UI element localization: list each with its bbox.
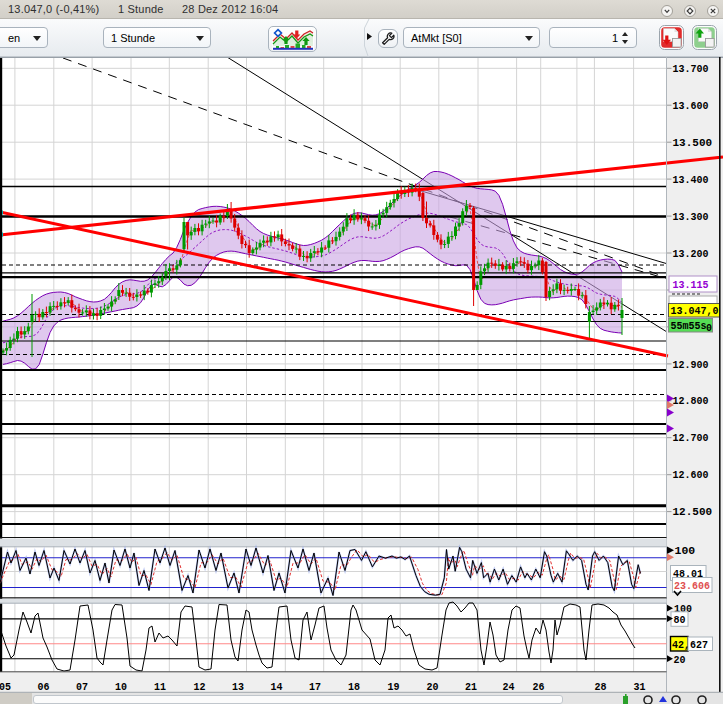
svg-text:31: 31 <box>633 682 645 693</box>
svg-text:28: 28 <box>594 682 606 693</box>
svg-text:55m55s: 55m55s <box>671 321 707 332</box>
svg-text:13.200: 13.200 <box>673 249 709 260</box>
svg-text:14: 14 <box>270 682 282 693</box>
svg-text:05: 05 <box>0 682 11 693</box>
svg-text:17: 17 <box>309 682 321 693</box>
svg-text:12.800: 12.800 <box>673 396 709 407</box>
svg-text:13.700: 13.700 <box>673 64 709 75</box>
svg-text:12.600: 12.600 <box>673 470 709 481</box>
svg-text:13.047,0: 13.047,0 <box>671 306 719 317</box>
svg-text:13: 13 <box>232 682 244 693</box>
svg-text:06: 06 <box>37 682 49 693</box>
svg-text:13.300: 13.300 <box>673 212 709 223</box>
svg-text:12.900: 12.900 <box>673 360 709 371</box>
svg-text:07: 07 <box>76 682 88 693</box>
svg-text:12: 12 <box>193 682 205 693</box>
svg-text:19: 19 <box>387 682 399 693</box>
svg-text:10: 10 <box>115 682 127 693</box>
svg-text:21: 21 <box>465 682 477 693</box>
svg-text:48.01: 48.01 <box>673 569 703 580</box>
svg-text:100: 100 <box>675 544 696 557</box>
svg-text:13.115: 13.115 <box>673 280 709 291</box>
svg-text:12.500: 12.500 <box>673 506 713 518</box>
svg-text:11: 11 <box>154 682 166 693</box>
svg-text:80: 80 <box>674 615 686 626</box>
svg-text:13.500: 13.500 <box>673 137 713 149</box>
svg-text:42,627: 42,627 <box>672 640 708 651</box>
svg-text:18: 18 <box>348 682 360 693</box>
svg-text:23.606: 23.606 <box>674 581 710 592</box>
svg-text:0: 0 <box>706 323 712 334</box>
svg-text:13.400: 13.400 <box>673 175 709 186</box>
svg-text:24: 24 <box>502 682 514 693</box>
svg-text:13.600: 13.600 <box>673 101 709 112</box>
svg-text:12.700: 12.700 <box>673 433 709 444</box>
svg-text:20: 20 <box>426 682 438 693</box>
svg-text:20: 20 <box>674 655 686 666</box>
svg-text:26: 26 <box>532 682 544 693</box>
